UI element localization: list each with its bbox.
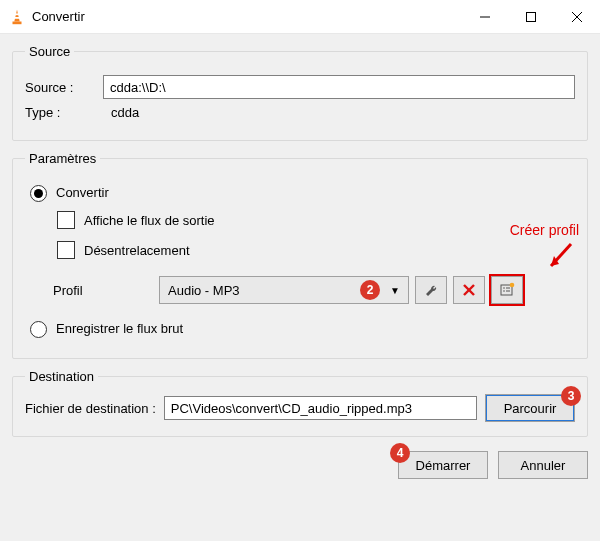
edit-profile-button[interactable] bbox=[415, 276, 447, 304]
type-value: cdda bbox=[103, 105, 139, 120]
vlc-cone-icon bbox=[8, 8, 26, 26]
start-button[interactable]: Démarrer bbox=[398, 451, 488, 479]
show-output-checkbox[interactable] bbox=[57, 211, 75, 229]
svg-rect-5 bbox=[527, 12, 536, 21]
profile-select[interactable]: Audio - MP3 2 ▼ bbox=[159, 276, 409, 304]
profile-label: Profil bbox=[53, 283, 153, 298]
params-legend: Paramètres bbox=[25, 151, 100, 166]
source-legend: Source bbox=[25, 44, 74, 59]
deinterlace-label: Désentrelacement bbox=[84, 243, 190, 258]
svg-point-11 bbox=[503, 287, 505, 289]
svg-rect-3 bbox=[13, 21, 22, 24]
arrow-icon bbox=[539, 240, 579, 274]
annotation-create-profile: Créer profil bbox=[510, 222, 579, 274]
titlebar: Convertir bbox=[0, 0, 600, 34]
type-label: Type : bbox=[25, 105, 95, 120]
svg-rect-2 bbox=[14, 17, 20, 19]
save-raw-label: Enregistrer le flux brut bbox=[56, 321, 183, 336]
svg-marker-0 bbox=[14, 9, 19, 21]
new-profile-icon bbox=[499, 282, 515, 298]
show-output-label: Affiche le flux de sortie bbox=[84, 213, 215, 228]
source-group: Source Source : Type : cdda bbox=[12, 44, 588, 141]
wrench-icon bbox=[423, 282, 439, 298]
svg-rect-1 bbox=[15, 13, 20, 15]
annotation-badge-4: 4 bbox=[390, 443, 410, 463]
delete-profile-button[interactable] bbox=[453, 276, 485, 304]
cancel-button[interactable]: Annuler bbox=[498, 451, 588, 479]
window-title: Convertir bbox=[32, 9, 462, 24]
annotation-badge-2: 2 bbox=[360, 280, 380, 300]
close-button[interactable] bbox=[554, 0, 600, 34]
destination-input[interactable] bbox=[164, 396, 477, 420]
destination-legend: Destination bbox=[25, 369, 98, 384]
deinterlace-checkbox[interactable] bbox=[57, 241, 75, 259]
destination-label: Fichier de destination : bbox=[25, 401, 156, 416]
create-profile-button[interactable] bbox=[491, 276, 523, 304]
annotation-badge-3: 3 bbox=[561, 386, 581, 406]
profile-select-value: Audio - MP3 bbox=[168, 283, 240, 298]
window-buttons bbox=[462, 0, 600, 34]
annotation-create-profile-label: Créer profil bbox=[510, 222, 579, 238]
convert-radio-label: Convertir bbox=[56, 185, 109, 200]
svg-point-12 bbox=[503, 290, 505, 292]
minimize-button[interactable] bbox=[462, 0, 508, 34]
source-label: Source : bbox=[25, 80, 95, 95]
chevron-down-icon: ▼ bbox=[390, 285, 400, 296]
params-group: Paramètres Convertir Affiche le flux de … bbox=[12, 151, 588, 359]
maximize-button[interactable] bbox=[508, 0, 554, 34]
dialog-footer: Démarrer 4 Annuler bbox=[12, 447, 588, 479]
convert-radio[interactable] bbox=[30, 185, 47, 202]
source-input[interactable] bbox=[103, 75, 575, 99]
destination-group: Destination Fichier de destination : Par… bbox=[12, 369, 588, 437]
delete-x-icon bbox=[462, 283, 476, 297]
save-raw-radio[interactable] bbox=[30, 321, 47, 338]
svg-point-15 bbox=[510, 283, 515, 288]
